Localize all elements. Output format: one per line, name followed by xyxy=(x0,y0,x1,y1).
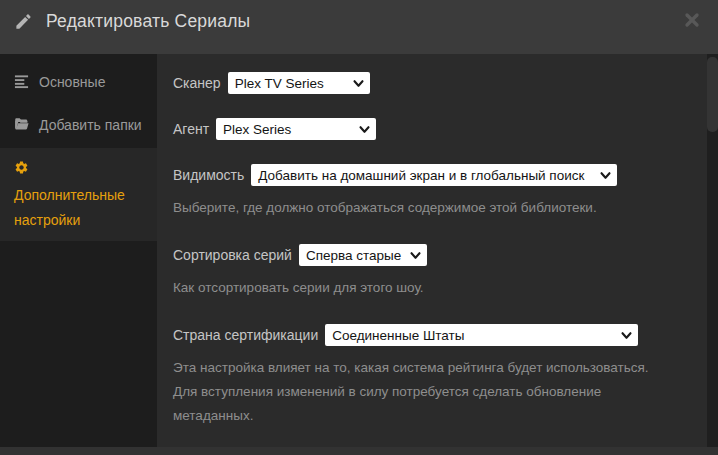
advanced-settings-panel: Сканер Plex TV Series Агент Plex Series xyxy=(157,54,718,447)
visibility-label: Видимость xyxy=(173,167,244,183)
agent-select-value: Plex Series xyxy=(223,122,291,137)
close-icon xyxy=(684,12,700,28)
episode-sort-select[interactable]: Сперва старые xyxy=(299,244,427,266)
episode-sort-select-value: Сперва старые xyxy=(306,248,401,263)
scanner-label: Сканер xyxy=(173,75,221,91)
visibility-hint: Выберите, где должно отображаться содерж… xyxy=(173,196,673,220)
lines-icon xyxy=(14,72,29,97)
sidebar-item-label: Дополнительные настройки xyxy=(14,187,125,228)
scrollbar-thumb[interactable] xyxy=(707,57,718,132)
dialog-title: Редактировать Сериалы xyxy=(46,11,250,32)
gear-icon xyxy=(14,158,29,183)
folder-open-icon xyxy=(14,115,29,140)
field-group-agent: Агент Plex Series xyxy=(173,118,692,140)
sidebar: Основные Добавить папки Дополнительные н… xyxy=(0,54,157,447)
sidebar-item-label: Добавить папки xyxy=(39,117,142,133)
episode-sort-label: Сортировка серий xyxy=(173,247,292,263)
sidebar-item-add-folders[interactable]: Добавить папки xyxy=(0,105,157,148)
scrollbar-track[interactable] xyxy=(707,54,718,447)
certification-country-label: Страна сертификации xyxy=(173,327,318,343)
field-group-visibility: Видимость Добавить на домашний экран и в… xyxy=(173,164,692,220)
close-button[interactable] xyxy=(684,12,702,30)
field-group-episode-sort: Сортировка серий Сперва старые Как отсор… xyxy=(173,244,692,300)
visibility-select[interactable]: Добавить на домашний экран и в глобальны… xyxy=(251,164,617,186)
certification-country-select-value: Соединенные Штаты xyxy=(332,328,464,343)
certification-country-hint: Эта настройка влияет на то, какая систем… xyxy=(173,356,673,428)
field-group-scanner: Сканер Plex TV Series xyxy=(173,72,692,94)
agent-label: Агент xyxy=(173,121,209,137)
chevron-down-icon xyxy=(359,124,370,135)
dialog-body: Основные Добавить папки Дополнительные н… xyxy=(0,54,718,447)
episode-sort-hint: Как отсортировать серии для этого шоу. xyxy=(173,276,673,300)
sidebar-item-general[interactable]: Основные xyxy=(0,62,157,105)
scanner-select[interactable]: Plex TV Series xyxy=(228,72,370,94)
chevron-down-icon xyxy=(410,250,421,261)
agent-select[interactable]: Plex Series xyxy=(216,118,376,140)
sidebar-item-advanced-settings[interactable]: Дополнительные настройки xyxy=(0,148,157,241)
scanner-select-value: Plex TV Series xyxy=(235,76,324,91)
sidebar-item-label: Основные xyxy=(39,74,105,90)
dialog-header: Редактировать Сериалы xyxy=(0,0,718,54)
chevron-down-icon xyxy=(621,330,632,341)
field-group-certification-country: Страна сертификации Соединенные Штаты Эт… xyxy=(173,324,692,428)
visibility-select-value: Добавить на домашний экран и в глобальны… xyxy=(258,168,584,183)
dialog-footer xyxy=(0,447,718,455)
edit-library-dialog: Редактировать Сериалы Основные Добавить … xyxy=(0,0,718,455)
chevron-down-icon xyxy=(353,78,364,89)
chevron-down-icon xyxy=(600,170,611,181)
pencil-icon xyxy=(14,12,33,31)
certification-country-select[interactable]: Соединенные Штаты xyxy=(325,324,638,346)
